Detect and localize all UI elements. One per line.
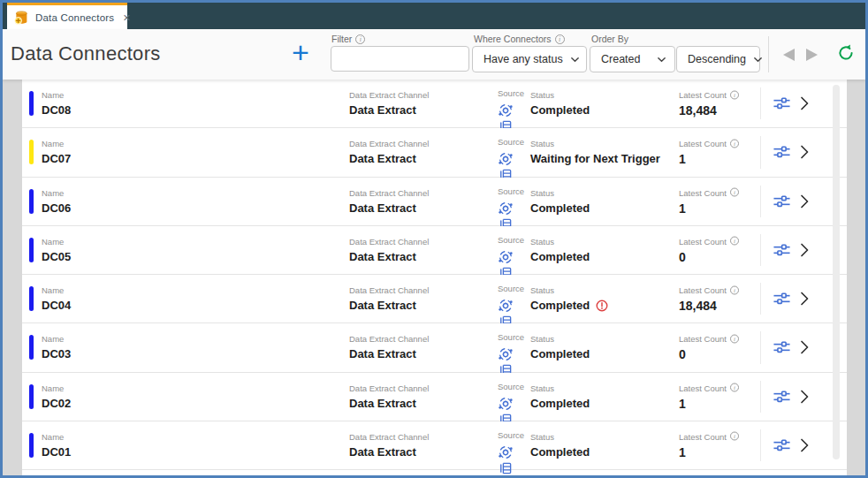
source-label: Source [498, 382, 524, 391]
configure-sliders-icon[interactable] [773, 144, 791, 160]
row-divider [760, 381, 761, 413]
configure-sliders-icon[interactable] [773, 437, 791, 453]
connector-list-area: Name DC08 Data Extract Channel Data Extr… [3, 80, 865, 475]
channel-value: Data Extract [349, 103, 429, 117]
latest-count-label: Latest Counti [679, 90, 739, 100]
name-label: Name [42, 334, 71, 344]
configure-sliders-icon[interactable] [773, 95, 791, 111]
connection-gear-icon [498, 444, 514, 460]
status-value: Completed [530, 397, 590, 410]
tab-data-connectors[interactable]: Data Connectors × [7, 3, 127, 29]
channel-value: Data Extract [349, 299, 429, 312]
right-gutter [847, 80, 865, 475]
status-label: Status [530, 383, 590, 393]
info-icon: i [355, 34, 365, 44]
connector-row[interactable]: Name DC01 Data Extract Channel Data Extr… [22, 421, 847, 470]
row-color-bar [29, 286, 34, 311]
connection-gear-icon [498, 201, 514, 216]
page-previous-button[interactable] [783, 49, 795, 61]
channel-value: Data Extract [349, 250, 429, 263]
chevron-right-icon[interactable] [798, 437, 811, 453]
configure-sliders-icon[interactable] [773, 339, 791, 355]
info-icon: i [730, 237, 739, 246]
page-next-button[interactable] [806, 49, 818, 61]
name-label: Name [42, 432, 71, 442]
latest-count-value: 18,484 [679, 103, 739, 118]
filter-input[interactable] [331, 46, 469, 72]
latest-count-label: Latest Counti [679, 139, 739, 148]
connector-row[interactable]: Name DC08 Data Extract Channel Data Extr… [22, 80, 847, 128]
source-label: Source [498, 137, 524, 147]
connector-name: DC07 [42, 152, 71, 165]
row-color-bar [29, 433, 34, 458]
connector-row[interactable]: Name DC02 Data Extract Channel Data Extr… [22, 373, 847, 421]
row-divider [760, 331, 761, 363]
channel-value: Data Extract [349, 397, 429, 410]
connector-row[interactable]: Name DC03 Data Extract Channel Data Extr… [22, 323, 847, 372]
connector-name: DC03 [42, 347, 71, 360]
name-label: Name [42, 90, 71, 100]
latest-count-value: 18,484 [679, 299, 739, 313]
status-value: Completed [530, 445, 590, 459]
chevron-right-icon[interactable] [798, 242, 811, 258]
source-label: Source [498, 235, 524, 245]
chevron-right-icon[interactable] [798, 291, 811, 307]
source-type-icon [498, 249, 514, 265]
channel-value: Data Extract [349, 201, 429, 215]
connector-row[interactable]: Name DC05 Data Extract Channel Data Extr… [22, 226, 847, 275]
page-header: Data Connectors + Filteri Where Connecto… [3, 29, 865, 80]
status-value: Completed [530, 201, 590, 215]
connection-gear-icon [498, 298, 514, 314]
where-connectors-label: Where Connectorsi [474, 34, 565, 44]
source-label: Source [498, 430, 524, 440]
channel-label: Data Extract Channel [349, 237, 429, 247]
add-connector-button[interactable]: + [292, 34, 309, 71]
chevron-right-icon[interactable] [798, 95, 811, 111]
filter-label: Filteri [331, 34, 365, 44]
configure-sliders-icon[interactable] [773, 291, 791, 307]
chevron-right-icon[interactable] [798, 144, 811, 160]
status-filter-select[interactable]: Have any status [472, 46, 587, 72]
connection-gear-icon [498, 346, 514, 362]
channel-label: Data Extract Channel [349, 90, 429, 100]
configure-sliders-icon[interactable] [773, 242, 791, 258]
row-divider [760, 186, 761, 217]
source-type-icon [498, 298, 514, 314]
channel-label: Data Extract Channel [349, 334, 429, 344]
latest-count-label: Latest Counti [679, 334, 739, 344]
configure-sliders-icon[interactable] [773, 193, 791, 209]
chevron-right-icon[interactable] [798, 193, 811, 209]
row-color-bar [29, 384, 34, 409]
row-divider [760, 136, 761, 168]
order-by-direction-select[interactable]: Descending [676, 46, 760, 72]
tab-title: Data Connectors [35, 12, 114, 23]
status-value: Completed [530, 103, 590, 117]
tab-close-icon[interactable]: × [123, 11, 130, 24]
source-type-icon [498, 444, 514, 460]
connector-row[interactable]: Name DC07 Data Extract Channel Data Extr… [22, 128, 847, 177]
latest-count-value: 1 [679, 201, 739, 215]
refresh-icon[interactable] [836, 43, 856, 63]
connector-row[interactable]: Name DC04 Data Extract Channel Data Extr… [22, 275, 847, 323]
connector-row[interactable]: Name DC06 Data Extract Channel Data Extr… [22, 178, 847, 226]
warning-icon [596, 300, 608, 312]
status-label: Status [530, 334, 590, 344]
chevron-down-icon [753, 55, 763, 64]
source-type-icon [498, 346, 514, 362]
configure-sliders-icon[interactable] [773, 389, 791, 405]
status-label: Status [530, 285, 608, 295]
status-value: Completed [530, 250, 590, 263]
order-by-field-select[interactable]: Created [590, 46, 675, 72]
status-value: Completed [530, 299, 608, 312]
chevron-right-icon[interactable] [798, 339, 811, 355]
source-type-icon [498, 201, 514, 216]
source-label: Source [498, 88, 524, 98]
connection-gear-icon [498, 102, 514, 118]
info-icon: i [555, 34, 565, 44]
vertical-scrollbar[interactable] [833, 85, 840, 459]
connector-name: DC04 [42, 299, 71, 312]
row-divider [760, 87, 761, 119]
top-tab-bar: Data Connectors × [3, 3, 865, 29]
status-label: Status [530, 432, 590, 442]
chevron-right-icon[interactable] [798, 389, 811, 405]
